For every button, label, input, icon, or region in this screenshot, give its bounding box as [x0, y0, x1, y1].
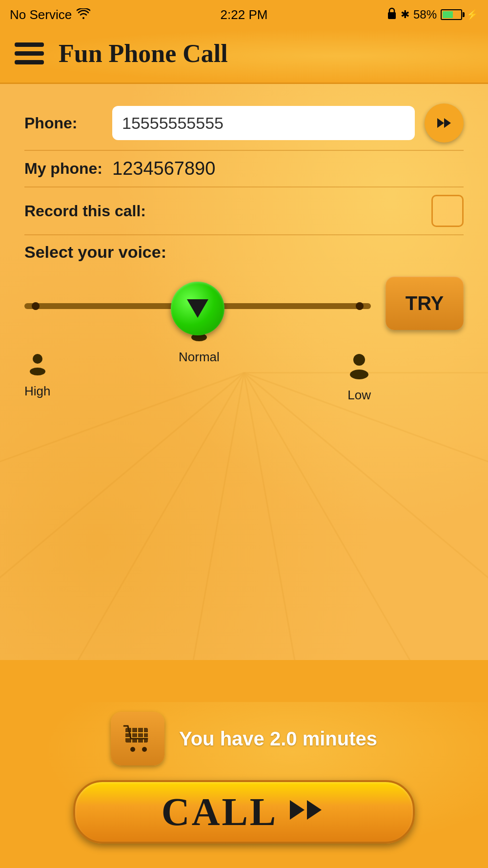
app-title: Fun Phone Call [59, 39, 228, 68]
voice-controls: High Normal [24, 276, 464, 403]
cart-icon [123, 724, 152, 753]
charging-icon: ⚡ [466, 9, 478, 21]
voice-slider-thumb[interactable] [171, 282, 224, 335]
svg-marker-2 [444, 118, 451, 128]
status-left: No Service [10, 7, 90, 22]
divider-3 [24, 234, 464, 235]
status-right: ✱ 58% ⚡ [387, 7, 478, 22]
svg-marker-18 [307, 800, 322, 820]
svg-rect-0 [388, 12, 396, 19]
main-content: Phone: My phone: 1234567890 Record this … [0, 84, 488, 660]
svg-point-7 [353, 354, 365, 366]
slider-thumb-icon [187, 299, 208, 318]
svg-marker-17 [290, 800, 305, 820]
my-phone-value: 1234567890 [112, 158, 215, 179]
svg-point-4 [30, 368, 45, 375]
time-display: 2:22 PM [221, 7, 268, 22]
record-checkbox[interactable] [431, 195, 464, 227]
status-bar: No Service 2:22 PM ✱ 58% ⚡ [0, 0, 488, 29]
record-row: Record this call: [24, 195, 464, 227]
app-header: Fun Phone Call [0, 29, 488, 84]
svg-marker-1 [437, 118, 444, 128]
carrier-text: No Service [10, 7, 72, 22]
slider-labels: High Normal [24, 353, 371, 403]
hamburger-line-1 [15, 42, 44, 47]
lock-icon [387, 7, 397, 22]
record-label: Record this call: [24, 202, 146, 220]
slider-thumb-wrapper [171, 282, 224, 335]
track-dot-right [356, 302, 364, 310]
svg-point-3 [33, 354, 42, 364]
bottom-section: You have 2.0 minutes CALL [0, 702, 488, 868]
my-phone-label: My phone: [24, 160, 102, 178]
person-low-icon [348, 353, 370, 384]
battery-icon [441, 9, 462, 20]
voice-high-label: High [24, 353, 50, 403]
call-button-arrows [287, 795, 326, 829]
divider-2 [24, 186, 464, 187]
hamburger-menu-button[interactable] [15, 42, 44, 64]
voice-section: Select your voice: [24, 243, 464, 403]
minutes-text: You have 2.0 minutes [179, 728, 377, 750]
divider-1 [24, 150, 464, 151]
call-button[interactable]: CALL [73, 780, 415, 844]
battery-percentage: 58% [413, 8, 437, 21]
try-button[interactable]: TRY [386, 276, 464, 330]
svg-point-16 [142, 747, 147, 752]
cart-button[interactable] [111, 712, 164, 765]
fast-forward-button[interactable] [425, 103, 464, 143]
voice-low-label: Low [347, 353, 371, 403]
voice-title: Select your voice: [24, 243, 464, 262]
fast-forward-icon [435, 114, 453, 132]
my-phone-row: My phone: 1234567890 [24, 158, 464, 179]
bluetooth-icon: ✱ [401, 8, 409, 21]
svg-point-8 [350, 370, 368, 379]
call-button-label: CALL [162, 790, 278, 834]
phone-input[interactable] [112, 106, 415, 140]
track-dot-left [32, 302, 40, 310]
hamburger-line-2 [15, 51, 44, 56]
hamburger-line-3 [15, 60, 44, 64]
wifi-icon [77, 7, 90, 22]
person-high-icon [28, 353, 47, 380]
minutes-row: You have 2.0 minutes [111, 712, 377, 765]
phone-row: Phone: [24, 103, 464, 143]
phone-label: Phone: [24, 114, 102, 132]
voice-slider-container: High Normal [24, 276, 371, 403]
svg-point-15 [130, 747, 135, 752]
battery-fill [443, 11, 453, 18]
